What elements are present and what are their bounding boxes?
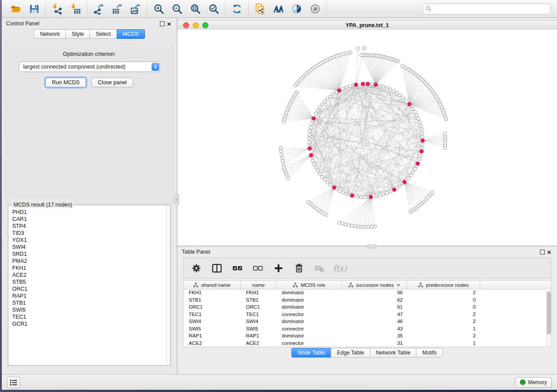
leaf-node[interactable] (279, 150, 283, 153)
ring-node[interactable] (315, 112, 318, 115)
table-row[interactable]: TEC1TEC1connector472 (183, 311, 547, 318)
leaf-node[interactable] (360, 225, 363, 229)
ring-node[interactable] (420, 146, 424, 150)
ring-node[interactable] (398, 184, 402, 188)
ring-node[interactable] (308, 133, 311, 137)
ring-node[interactable] (413, 110, 417, 114)
ring-node[interactable] (401, 96, 405, 100)
zoom-fit-icon[interactable] (190, 3, 201, 14)
column-header-shared-name[interactable]: shared name (183, 281, 241, 289)
ring-node[interactable] (385, 192, 389, 195)
tab-node-table[interactable]: Node Table (291, 348, 331, 358)
open-file-icon[interactable] (10, 3, 21, 14)
leaf-node[interactable] (360, 54, 363, 57)
apply-layout-icon[interactable] (231, 3, 242, 14)
ring-node[interactable] (342, 191, 345, 194)
mcds-result-item[interactable]: PHD1 (12, 209, 166, 216)
search-binoculars-icon[interactable] (273, 3, 284, 14)
hide-graphics-details-icon[interactable] (291, 3, 302, 14)
table-row[interactable]: STB1STB1dominator620 (183, 296, 547, 304)
leaf-node[interactable] (357, 225, 360, 228)
mcds-result-item[interactable]: SWI4 (12, 244, 166, 251)
zoom-selected-icon[interactable] (208, 3, 219, 14)
close-panel-button[interactable]: Close panel (91, 78, 133, 87)
table-float-icon[interactable] (539, 248, 546, 255)
hub-node[interactable] (337, 89, 341, 93)
leaf-node[interactable] (353, 224, 357, 228)
ring-node[interactable] (326, 181, 329, 184)
mcds-result-item[interactable]: CAR1 (12, 216, 166, 223)
ring-node[interactable] (420, 128, 423, 131)
hub-node[interactable] (374, 83, 378, 87)
tab-style[interactable]: Style (66, 29, 90, 39)
ring-node[interactable] (308, 137, 311, 141)
import-table-icon[interactable] (70, 3, 81, 14)
select-all-icon[interactable] (232, 262, 243, 274)
delete-table-icon[interactable] (314, 262, 325, 274)
apply-function-icon[interactable]: f(x) (334, 262, 346, 274)
import-network-icon[interactable] (52, 3, 63, 14)
leaf-node[interactable] (370, 225, 374, 229)
ring-node[interactable] (316, 169, 320, 172)
leaf-node[interactable] (341, 222, 344, 225)
hub-node[interactable] (421, 139, 425, 143)
ring-node[interactable] (395, 91, 399, 95)
ring-node[interactable] (398, 93, 402, 97)
hub-node[interactable] (309, 153, 313, 157)
save-session-icon[interactable] (28, 3, 40, 14)
hub-node[interactable] (350, 194, 354, 198)
hub-node[interactable] (392, 188, 396, 192)
table-row[interactable]: ORC1ORC1dominator610 (183, 303, 547, 311)
ring-node[interactable] (392, 89, 395, 93)
window-close-icon[interactable] (183, 22, 189, 28)
ring-node[interactable] (338, 189, 342, 193)
ring-node[interactable] (420, 131, 424, 135)
hub-node[interactable] (361, 82, 365, 86)
ring-node[interactable] (326, 97, 329, 101)
leaf-node[interactable] (279, 146, 283, 150)
hub-node[interactable] (366, 82, 370, 86)
ring-node[interactable] (332, 93, 335, 96)
show-graphics-details-icon[interactable] (309, 3, 321, 14)
hub-node[interactable] (403, 180, 407, 184)
leaf-node[interactable] (363, 46, 366, 50)
ring-node[interactable] (418, 120, 422, 124)
column-header-mcds-role[interactable]: MCDS role (277, 281, 342, 289)
export-table-icon[interactable] (111, 3, 123, 14)
mcds-list-scrollbar[interactable] (166, 206, 170, 365)
ring-node[interactable] (404, 99, 408, 102)
mcds-result-item[interactable]: ACE2 (12, 272, 166, 279)
mcds-result-item[interactable]: STB1 (12, 299, 166, 306)
hub-node[interactable] (308, 147, 312, 151)
ring-node[interactable] (413, 168, 417, 171)
tab-edge-table[interactable]: Edge Table (331, 348, 370, 358)
ring-node[interactable] (418, 157, 422, 161)
ring-node[interactable] (315, 166, 318, 169)
leaf-node[interactable] (280, 153, 284, 156)
hub-node[interactable] (416, 162, 420, 166)
ring-node[interactable] (310, 122, 314, 126)
leaf-node[interactable] (347, 224, 350, 227)
hub-node[interactable] (354, 83, 358, 87)
ring-node[interactable] (316, 109, 320, 112)
table-close-icon[interactable]: × (546, 248, 553, 255)
unselect-all-icon[interactable] (252, 262, 263, 274)
column-header-name[interactable]: name (241, 281, 277, 289)
task-history-button[interactable] (7, 377, 20, 388)
mcds-result-item[interactable]: TEC1 (12, 313, 166, 320)
table-row[interactable]: SWI5SWI5connector431 (183, 325, 547, 333)
close-panel-icon[interactable]: × (166, 20, 173, 27)
ring-node[interactable] (415, 113, 419, 117)
leaf-node[interactable] (443, 132, 447, 135)
ring-node[interactable] (349, 84, 352, 88)
optimization-criterion-select[interactable]: largest connected component (undirected) (19, 62, 160, 72)
leaf-node[interactable] (338, 221, 341, 224)
leaf-node[interactable] (373, 225, 377, 228)
table-row[interactable]: ACE2ACE2connector311 (183, 340, 547, 347)
leaf-node[interactable] (282, 120, 286, 124)
window-zoom-icon[interactable] (202, 22, 208, 28)
ring-node[interactable] (311, 159, 315, 162)
ring-node[interactable] (421, 135, 424, 139)
tab-mcds[interactable]: MCDS (117, 29, 145, 39)
ring-node[interactable] (411, 171, 415, 174)
